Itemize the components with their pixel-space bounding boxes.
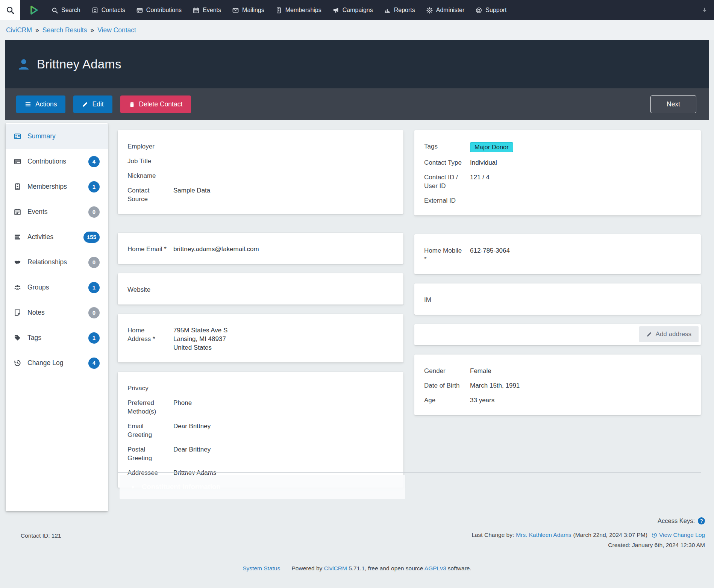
field-row-date-of-birth: Date of BirthMarch 15th, 1991 [424, 378, 691, 393]
nav-item-events[interactable]: Events [187, 0, 227, 20]
civicrm-link[interactable]: CiviCRM [324, 565, 347, 571]
field-row-preferred-method-s: Preferred Method(s)Phone [127, 396, 394, 419]
view-change-log-link[interactable]: View Change Log [659, 532, 705, 538]
sidebar-item-groups[interactable]: Groups1 [6, 275, 108, 300]
address-book-icon [92, 7, 98, 14]
field-value: Individual [470, 158, 691, 167]
summary-right-column: TagsMajor DonorContact TypeIndividualCon… [414, 130, 701, 415]
nav-item-administer[interactable]: Administer [421, 0, 470, 20]
field-label: External ID [424, 196, 470, 205]
id-badge-icon [276, 7, 282, 14]
count-badge: 155 [83, 232, 100, 243]
field-value: 612-785-3064 [470, 246, 691, 264]
tag-major-donor[interactable]: Major Donor [470, 142, 513, 152]
sidebar-item-activities[interactable]: Activities155 [6, 224, 108, 250]
field-value: Sample Data [173, 186, 394, 203]
sidebar-item-label: Memberships [27, 183, 67, 191]
field-value: 121 / 4 [470, 173, 691, 190]
system-status-link[interactable]: System Status [243, 565, 280, 571]
field-label: Home Address * [127, 326, 173, 352]
nav-item-reports[interactable]: Reports [379, 0, 421, 20]
add-address-button[interactable]: Add address [639, 326, 699, 342]
im-card: IM [414, 283, 701, 315]
top-navbar: SearchContactsContributionsEventsMailing… [0, 0, 714, 20]
field-row-contact-id-user-id: Contact ID / User ID121 / 4 [424, 170, 691, 193]
website-card: Website [118, 273, 403, 305]
count-badge: 4 [88, 358, 100, 369]
contact-header: Brittney Adams [5, 40, 709, 88]
field-value: March 15th, 1991 [470, 381, 691, 390]
field-label: Contact ID / User ID [424, 173, 470, 190]
nav-item-label: Events [203, 7, 221, 14]
nav-item-support[interactable]: Support [470, 0, 512, 20]
field-label: Tags [424, 142, 470, 152]
megaphone-icon [333, 7, 339, 14]
quick-search-button[interactable] [0, 0, 20, 20]
id-badge-icon [14, 183, 21, 190]
life-ring-icon [476, 7, 482, 14]
field-row-tags: TagsMajor Donor [424, 139, 691, 155]
nav-item-label: Memberships [285, 7, 321, 14]
sidebar-item-summary[interactable]: Summary [6, 124, 108, 149]
field-row-home-address: Home Address *795M States Ave SLansing, … [127, 323, 394, 355]
help-icon[interactable]: ? [698, 517, 705, 524]
section-title: Constituent Information [142, 483, 221, 491]
sidebar-item-notes[interactable]: Notes0 [6, 300, 108, 325]
field-row-privacy: Privacy [127, 381, 394, 396]
civicrm-logo[interactable] [20, 0, 46, 20]
field-label: Preferred Method(s) [127, 399, 173, 416]
gears-icon [426, 7, 433, 14]
nav-item-label: Search [61, 7, 80, 14]
sidebar-item-memberships[interactable]: Memberships1 [6, 174, 108, 199]
field-row-email-greeting: Email GreetingDear Brittney [127, 419, 394, 442]
field-label: Age [424, 396, 470, 405]
count-badge: 0 [88, 206, 100, 218]
agpl-link[interactable]: AGPLv3 [424, 565, 446, 571]
sidebar-item-contributions[interactable]: Contributions4 [6, 149, 108, 174]
credit-card-icon [136, 7, 143, 14]
nav-item-mailings[interactable]: Mailings [227, 0, 270, 20]
field-value [173, 285, 394, 294]
sidebar-item-label: Notes [27, 309, 45, 317]
nav-item-search[interactable]: Search [46, 0, 86, 20]
sidebar-item-relationships[interactable]: Relationships0 [6, 250, 108, 275]
field-row-home-mobile: Home Mobile *612-785-3064 [424, 243, 691, 267]
breadcrumb-link-civicrm[interactable]: CiviCRM [6, 26, 32, 34]
field-label: Email Greeting [127, 422, 173, 439]
section-divider [118, 472, 701, 473]
field-label: Contact Source [127, 186, 173, 203]
contact-toolbar: Actions Edit Delete Contact Next [5, 88, 709, 120]
field-label: Website [127, 285, 173, 294]
field-row-age: Age33 years [424, 393, 691, 408]
constituent-information-section[interactable]: Constituent Information [120, 475, 405, 499]
trash-icon [129, 102, 135, 108]
field-value: 33 years [470, 396, 691, 405]
field-label: Job Title [127, 157, 173, 165]
nav-item-label: Mailings [242, 7, 264, 14]
nav-item-campaigns[interactable]: Campaigns [327, 0, 379, 20]
main-nav-items: SearchContactsContributionsEventsMailing… [46, 0, 512, 20]
field-value [470, 196, 691, 205]
field-row-home-email: Home Email *brittney.adams@fakemail.com [127, 242, 394, 256]
nav-item-contacts[interactable]: Contacts [86, 0, 131, 20]
sidebar-item-tags[interactable]: Tags1 [6, 325, 108, 350]
email-card: Home Email *brittney.adams@fakemail.com [118, 233, 403, 264]
actions-button[interactable]: Actions [16, 95, 65, 113]
sidebar-item-change-log[interactable]: Change Log4 [6, 350, 108, 376]
sidebar-item-label: Contributions [27, 158, 66, 165]
sidebar-item-events[interactable]: Events0 [6, 199, 108, 224]
edit-button[interactable]: Edit [73, 95, 112, 113]
last-change-user-link[interactable]: Mrs. Kathleen Adams [516, 532, 571, 538]
sidebar-item-label: Summary [27, 132, 56, 140]
delete-contact-button[interactable]: Delete Contact [120, 95, 191, 113]
menubar-toggle[interactable] [701, 0, 714, 20]
address-actions-card: Add address [414, 324, 701, 345]
field-row-nickname: Nickname [127, 168, 394, 183]
breadcrumb-link-search-results[interactable]: Search Results [42, 26, 87, 34]
breadcrumb-link-view-contact[interactable]: View Contact [97, 26, 136, 34]
next-button[interactable]: Next [650, 95, 696, 113]
nav-item-memberships[interactable]: Memberships [270, 0, 327, 20]
address-card: Home Address *795M States Ave SLansing, … [118, 314, 403, 362]
nav-item-label: Contributions [146, 7, 182, 14]
nav-item-contributions[interactable]: Contributions [131, 0, 187, 20]
